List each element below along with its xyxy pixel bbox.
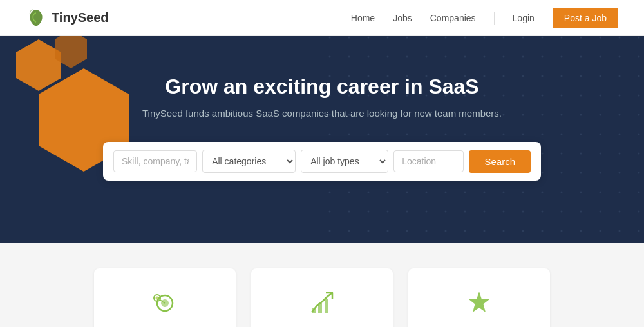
hero-section: Grow an exciting career in SaaS TinySeed… xyxy=(0,36,644,243)
main-nav: Home Jobs Companies Login Post a Job xyxy=(351,8,618,28)
header: TinySeed Home Jobs Companies Login Post … xyxy=(0,0,644,36)
search-box: All categories All job types Search xyxy=(103,142,541,181)
svg-marker-12 xyxy=(469,292,489,312)
category-icon-marketing xyxy=(277,289,367,323)
tinyseed-logo-icon xyxy=(26,8,46,28)
category-select[interactable]: All categories xyxy=(202,150,296,173)
nav-login[interactable]: Login xyxy=(513,13,535,23)
nav-divider xyxy=(494,12,495,25)
svg-rect-10 xyxy=(318,303,322,313)
category-marketing-sales[interactable]: Marketing & Sales 3 jobs xyxy=(251,268,393,327)
svg-rect-9 xyxy=(312,308,316,313)
hero-title: Grow an exciting career in SaaS xyxy=(26,75,618,99)
category-icon-design xyxy=(434,289,524,323)
search-skill-input[interactable] xyxy=(113,150,197,172)
nav-home[interactable]: Home xyxy=(351,13,375,23)
svg-rect-1 xyxy=(322,36,644,243)
logo-area: TinySeed xyxy=(26,8,109,28)
hero-subtitle: TinySeed funds ambitious SaaS companies … xyxy=(26,108,618,119)
hex-decorations xyxy=(0,36,180,243)
jobtype-select[interactable]: All job types xyxy=(301,150,388,173)
svg-rect-11 xyxy=(325,299,328,313)
nav-companies[interactable]: Companies xyxy=(430,13,476,23)
categories-section: Software Development 0 jobs Marketing & … xyxy=(0,243,644,327)
category-software-development[interactable]: Software Development 0 jobs xyxy=(94,268,236,327)
category-design[interactable]: Design 0 jobs xyxy=(408,268,550,327)
logo-text: TinySeed xyxy=(52,10,109,25)
nav-jobs[interactable]: Jobs xyxy=(393,13,412,23)
search-button[interactable]: Search xyxy=(469,150,531,173)
category-icon-software xyxy=(120,289,210,323)
svg-point-8 xyxy=(156,297,159,300)
post-job-button[interactable]: Post a Job xyxy=(553,8,618,28)
location-input[interactable] xyxy=(393,150,464,172)
